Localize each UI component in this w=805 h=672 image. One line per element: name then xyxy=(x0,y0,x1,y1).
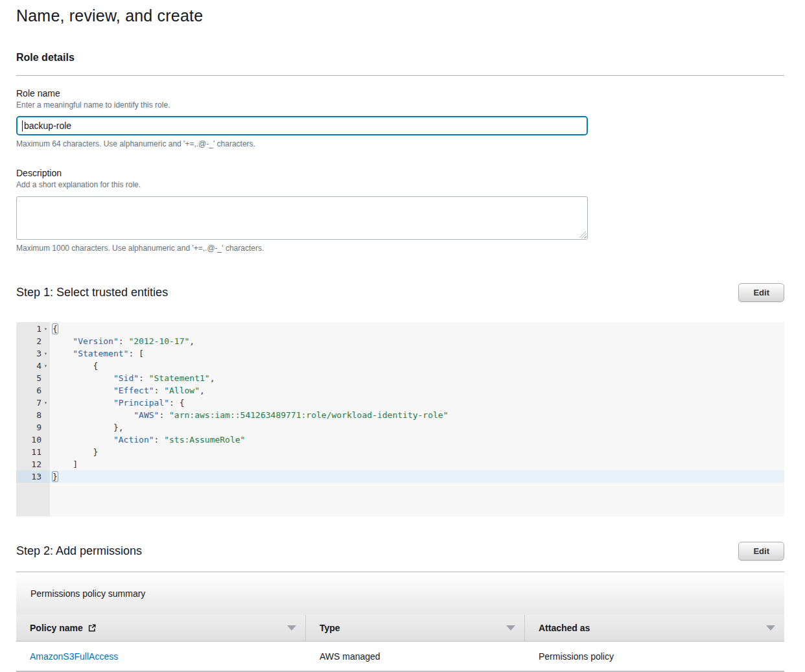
role-name-constraint: Maximum 64 characters. Use alphanumeric … xyxy=(16,139,784,148)
description-hint: Add a short explanation for this role. xyxy=(16,180,784,189)
fold-caret-icon: ▾ xyxy=(41,323,50,335)
permissions-table-body: AmazonS3FullAccessAWS managedPermissions… xyxy=(16,642,784,672)
step2-edit-button[interactable]: Edit xyxy=(738,542,784,561)
gutter-line-number: 8 xyxy=(16,409,50,421)
step1-heading: Step 1: Select trusted entities xyxy=(16,286,168,299)
gutter-line-number: 2 xyxy=(16,335,50,347)
code-line: "Statement": [ xyxy=(50,347,784,360)
description-textarea[interactable] xyxy=(16,196,588,240)
filter-triangle-icon[interactable] xyxy=(766,625,775,631)
code-gutter: 1▾23▾4▾567▾8910111213 xyxy=(16,322,50,516)
table-row: AmazonS3FullAccessAWS managedPermissions… xyxy=(16,642,784,672)
code-line: "Effect": "Allow", xyxy=(50,384,784,397)
description-textarea-wrap xyxy=(16,196,588,240)
gutter-line-number[interactable]: 7▾ xyxy=(16,397,50,409)
policy-name-link[interactable]: AmazonS3FullAccess xyxy=(30,651,118,662)
permissions-table-header: Policy name Type Attached as xyxy=(16,615,784,642)
fold-caret-icon: ▾ xyxy=(41,397,50,409)
policy-type-cell: AWS managed xyxy=(306,651,525,662)
gutter-line-number: 9 xyxy=(16,421,50,434)
filter-triangle-icon[interactable] xyxy=(287,625,296,631)
code-lines: { "Version": "2012-10-17", "Statement": … xyxy=(50,322,784,516)
permissions-panel-title: Permissions policy summary xyxy=(16,572,784,615)
attached-as-cell: Permissions policy xyxy=(525,651,784,662)
code-line: ] xyxy=(50,458,784,470)
page-title: Name, review, and create xyxy=(16,6,784,25)
gutter-line-number: 6 xyxy=(16,384,50,397)
resize-handle-icon[interactable] xyxy=(579,231,587,238)
gutter-line-number[interactable]: 1▾ xyxy=(16,323,50,335)
code-line: { xyxy=(50,360,784,372)
step1-edit-button[interactable]: Edit xyxy=(738,283,784,302)
description-constraint: Maximum 1000 characters. Use alphanumeri… xyxy=(16,244,784,253)
code-line: "Action": "sts:AssumeRole" xyxy=(50,434,784,446)
code-line: "Principal": { xyxy=(50,397,784,409)
fold-caret-icon: ▾ xyxy=(41,347,50,360)
gutter-line-number: 11 xyxy=(16,446,50,458)
code-line: }, xyxy=(50,421,784,434)
role-name-input[interactable] xyxy=(16,116,588,135)
role-details-heading: Role details xyxy=(16,52,784,64)
name-review-create-page: Name, review, and create Role details Ro… xyxy=(0,0,805,672)
gutter-line-number: 12 xyxy=(16,458,50,470)
code-line: "Sid": "Statement1", xyxy=(50,372,784,384)
trust-policy-json-editor[interactable]: 1▾23▾4▾567▾8910111213 { "Version": "2012… xyxy=(16,322,784,516)
gutter-line-number: 5 xyxy=(16,372,50,384)
code-line: "Version": "2012-10-17", xyxy=(50,335,784,347)
fold-caret-icon: ▾ xyxy=(41,360,50,372)
gutter-line-number[interactable]: 4▾ xyxy=(16,360,50,372)
column-header-attached-as: Attached as xyxy=(525,615,784,641)
code-line: { xyxy=(50,323,784,335)
text-caret xyxy=(22,121,23,132)
external-link-icon xyxy=(88,623,97,632)
description-label: Description xyxy=(16,168,784,178)
column-header-policy-name: Policy name xyxy=(16,615,306,641)
role-name-hint: Enter a meaningful name to identify this… xyxy=(16,100,784,110)
gutter-line-number[interactable]: 3▾ xyxy=(16,347,50,360)
filter-triangle-icon[interactable] xyxy=(506,625,515,631)
code-line: } xyxy=(50,446,784,458)
role-name-label: Role name xyxy=(16,88,784,98)
code-line: "AWS": "arn:aws:iam::541263489771:role/w… xyxy=(50,409,784,421)
role-name-input-wrap xyxy=(16,116,588,135)
column-header-type: Type xyxy=(306,615,525,641)
permissions-summary-panel: Permissions policy summary Policy name xyxy=(16,572,784,672)
gutter-line-number: 13 xyxy=(16,470,50,483)
gutter-line-number: 10 xyxy=(16,434,50,446)
step2-heading: Step 2: Add permissions xyxy=(16,544,142,558)
code-line: } xyxy=(50,470,784,483)
role-details-divider xyxy=(16,75,784,76)
